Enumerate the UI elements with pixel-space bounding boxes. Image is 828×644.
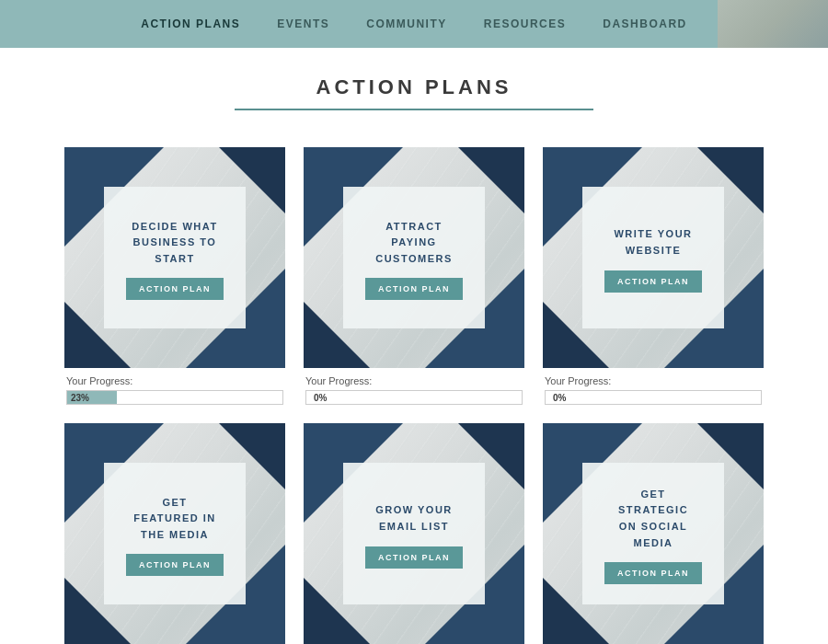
card-title-4: GROW YOUREMAIL LIST <box>375 502 453 535</box>
page-title: ACTION PLANS <box>0 75 828 99</box>
card-frame-1: ATTRACTPAYINGCUSTOMERSACTION PLAN <box>304 147 524 368</box>
nav-item-dashboard[interactable]: DASHBOARD <box>603 17 687 30</box>
action-plan-button-0[interactable]: ACTION PLAN <box>126 278 224 300</box>
progress-bar-bg-1: 0% <box>305 390 523 405</box>
card-frame-3: GETFEATURED INTHE MEDIAACTION PLAN <box>64 423 285 644</box>
progress-bar-fill-1: 0% <box>310 391 332 404</box>
progress-section-2: Your Progress:0% <box>543 368 764 405</box>
card-wrapper-2: WRITE YOURWEBSITEACTION PLANYour Progres… <box>543 147 764 405</box>
action-plan-button-1[interactable]: ACTION PLAN <box>365 278 463 300</box>
card-title-1: ATTRACTPAYINGCUSTOMERS <box>375 219 453 268</box>
card-wrapper-5: GETSTRATEGICON SOCIALMEDIAACTION PLANYou… <box>543 423 764 644</box>
cards-grid: DECIDE WHATBUSINESS TOSTARTACTION PLANYo… <box>0 120 828 644</box>
nav-item-community[interactable]: COMMUNITY <box>366 17 447 30</box>
progress-section-1: Your Progress:0% <box>304 368 524 405</box>
progress-label-0: Your Progress: <box>66 375 283 386</box>
card-wrapper-1: ATTRACTPAYINGCUSTOMERSACTION PLANYour Pr… <box>304 147 524 405</box>
action-plan-button-3[interactable]: ACTION PLAN <box>126 554 224 576</box>
progress-bar-fill-2: 0% <box>549 391 571 404</box>
page-title-section: ACTION PLANS <box>0 48 828 120</box>
card-wrapper-3: GETFEATURED INTHE MEDIAACTION PLANYour P… <box>64 423 285 644</box>
progress-bar-bg-0: 23% <box>66 390 283 405</box>
nav-item-action-plans[interactable]: ACTION PLANS <box>141 17 240 30</box>
progress-section-0: Your Progress:23% <box>64 368 285 405</box>
progress-bar-bg-2: 0% <box>545 390 762 405</box>
card-title-5: GETSTRATEGICON SOCIALMEDIA <box>618 487 688 551</box>
main-nav: ACTION PLANSEVENTSCOMMUNITYRESOURCESDASH… <box>0 0 828 48</box>
card-title-3: GETFEATURED INTHE MEDIA <box>133 495 216 544</box>
card-title-0: DECIDE WHATBUSINESS TOSTART <box>132 219 217 268</box>
title-underline <box>235 109 593 110</box>
nav-item-resources[interactable]: RESOURCES <box>484 17 567 30</box>
progress-label-1: Your Progress: <box>305 375 523 386</box>
card-wrapper-0: DECIDE WHATBUSINESS TOSTARTACTION PLANYo… <box>64 147 285 405</box>
action-plan-button-5[interactable]: ACTION PLAN <box>604 562 702 584</box>
card-title-2: WRITE YOURWEBSITE <box>614 226 692 259</box>
progress-bar-fill-0: 23% <box>67 391 117 404</box>
card-frame-2: WRITE YOURWEBSITEACTION PLAN <box>543 147 764 368</box>
progress-label-2: Your Progress: <box>545 375 762 386</box>
nav-item-events[interactable]: EVENTS <box>277 17 329 30</box>
card-frame-4: GROW YOUREMAIL LISTACTION PLAN <box>304 423 524 644</box>
card-frame-5: GETSTRATEGICON SOCIALMEDIAACTION PLAN <box>543 423 764 644</box>
card-wrapper-4: GROW YOUREMAIL LISTACTION PLANYour Progr… <box>304 423 524 644</box>
action-plan-button-2[interactable]: ACTION PLAN <box>604 270 702 293</box>
card-frame-0: DECIDE WHATBUSINESS TOSTARTACTION PLAN <box>64 147 285 368</box>
action-plan-button-4[interactable]: ACTION PLAN <box>365 546 463 569</box>
